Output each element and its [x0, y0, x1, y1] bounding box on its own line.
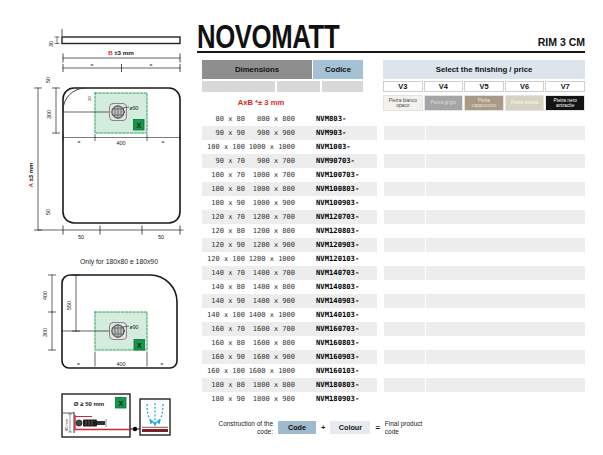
row-data-segment: 160 x 70 1600 x 700 NVM160703- — [202, 322, 377, 336]
dim-50-right: 50 — [158, 234, 164, 240]
construction-label: Construction of the code: — [217, 420, 273, 435]
dimension-cm: 180 x 90 — [202, 392, 245, 406]
price-cells-v4-v7 — [426, 350, 585, 364]
dimension-cm: 120 x 90 — [202, 238, 245, 252]
axb-tolerance-note: AxB *± 3 mm — [202, 98, 320, 107]
drain-diameter-label: ø90 — [130, 324, 139, 330]
codice-header: Codice — [313, 60, 363, 79]
table-row: 100 x 100 1000 x 1000 NVM1003- — [197, 140, 585, 154]
row-data-segment: 140 x 70 1400 x 700 NVM140703- — [202, 266, 377, 280]
product-code: NVM903- — [316, 126, 346, 140]
drain-grate-icon — [110, 323, 127, 340]
x-marker-icon: X — [134, 120, 145, 131]
dim-50-bottom: 50 — [45, 209, 51, 215]
product-code: NVM160903- — [316, 350, 359, 364]
dimension-cm: 160 x 80 — [202, 336, 245, 350]
table-row: 100 x 80 1000 x 800 NVM100803- — [197, 182, 585, 196]
row-data-segment: 100 x 90 1000 x 900 NVM100903- — [202, 196, 377, 210]
price-cells-v4-v7 — [426, 336, 585, 350]
dimension-cm: 120 x 70 — [202, 210, 245, 224]
table-row: 120 x 90 1200 x 900 NVM120903- — [197, 238, 585, 252]
dimension-mm: 1000 x 1000 — [248, 140, 295, 154]
price-cells-v4-v7 — [426, 364, 585, 378]
price-cells-v4-v7 — [426, 224, 585, 238]
dimension-cm: 120 x 80 — [202, 224, 245, 238]
dim-b-label: B±3 mm — [108, 49, 134, 56]
row-data-segment: 90 x 90 900 x 900 NVM903- — [202, 126, 377, 140]
row-data-segment: 140 x 90 1400 x 900 NVM140903- — [202, 294, 377, 308]
product-code: NVM160703- — [316, 322, 359, 336]
product-code: NVM140803- — [316, 280, 359, 294]
table-row: 120 x 80 1200 x 800 NVM120803- — [197, 224, 585, 238]
row-data-segment: 120 x 70 1200 x 700 NVM120703- — [202, 210, 377, 224]
row-data-segment: 160 x 80 1600 x 800 NVM160803- — [202, 336, 377, 350]
price-cell-v3 — [384, 210, 425, 224]
row-data-segment: 100 x 100 1000 x 1000 NVM1003- — [202, 140, 377, 154]
price-cell-v3 — [384, 364, 425, 378]
dimension-mm: 1400 x 800 — [248, 280, 295, 294]
dimension-mm: 1200 x 1000 — [248, 252, 295, 266]
drawing-main-tray: 30 B±3 mm = = — [28, 30, 183, 240]
equal-mark: = — [150, 62, 153, 68]
dim-a-label: A±3 mm — [28, 163, 34, 188]
row-data-segment: 90 x 70 900 x 700 NVM90703- — [202, 154, 377, 168]
subheader-cell — [277, 81, 320, 92]
dimension-mm: 800 x 800 — [248, 112, 295, 126]
table-row: 160 x 70 1600 x 700 NVM160703- — [197, 322, 585, 336]
row-data-segment: 140 x 80 1400 x 800 NVM140803- — [202, 280, 377, 294]
price-cell-v3 — [384, 140, 425, 154]
dimension-mm: 1800 x 900 — [248, 392, 295, 406]
product-code: NVM100903- — [316, 196, 359, 210]
dimension-cm: 100 x 90 — [202, 196, 245, 210]
price-cells-v4-v7 — [426, 154, 585, 168]
dimension-mm: 1400 x 900 — [248, 294, 295, 308]
product-code: NVM140703- — [316, 266, 359, 280]
dim-50-left: 50 — [78, 234, 84, 240]
price-cells-v4-v7 — [426, 266, 585, 280]
row-data-segment: 100 x 70 1000 x 700 NVM100703- — [202, 168, 377, 182]
tray-side-profile — [62, 37, 180, 44]
table-row: 120 x 70 1200 x 700 NVM120703- — [197, 210, 585, 224]
table-row: 90 x 70 900 x 700 NVM90703- — [197, 154, 585, 168]
dimensions-header: Dimensions — [202, 60, 312, 79]
dimension-cm: 80 x 80 — [202, 112, 245, 126]
row-data-segment: 180 x 80 1800 x 800 NVM180803- — [202, 378, 377, 392]
price-cell-v3 — [384, 308, 425, 322]
dimension-cm: 100 x 80 — [202, 182, 245, 196]
finish-code-v7: V7 — [545, 81, 585, 92]
price-cells-v4-v7 — [426, 112, 585, 126]
price-cell-v3 — [384, 182, 425, 196]
product-code: NVM100703- — [316, 168, 359, 182]
code-construction-note: Construction of the code: Code + Colour … — [217, 420, 437, 435]
product-code: NVM100803- — [316, 182, 359, 196]
siphon-height-label: 80 mm — [64, 418, 69, 431]
dimension-mm: 1200 x 700 — [248, 210, 295, 224]
row-data-segment: 120 x 90 1200 x 900 NVM120903- — [202, 238, 377, 252]
equals-sign: = — [375, 423, 379, 432]
table-row: 140 x 90 1400 x 900 NVM140903- — [197, 294, 585, 308]
drain-min-diameter-label: Ø ≥ 50 mm — [74, 401, 104, 407]
dimension-mm: 1000 x 900 — [248, 196, 295, 210]
dimension-cm: 90 x 90 — [202, 126, 245, 140]
product-code: NVM120103- — [316, 252, 359, 266]
dimension-mm: 1600 x 700 — [248, 322, 295, 336]
table-row: 160 x 80 1600 x 800 NVM160803- — [197, 336, 585, 350]
subheader-cell — [322, 81, 363, 92]
code-badge: Code — [278, 421, 316, 434]
price-cell-v3 — [384, 378, 425, 392]
dimension-cm: 140 x 100 — [202, 308, 245, 322]
drain-diameter-label: ø90 — [130, 105, 139, 111]
price-cell-v3 — [384, 322, 425, 336]
dimension-mm: 1200 x 800 — [248, 224, 295, 238]
product-code: NVM180803- — [316, 378, 359, 392]
dimension-mm: 1600 x 800 — [248, 336, 295, 350]
svg-text:X: X — [118, 400, 123, 407]
dim-thickness-30: 30 — [48, 41, 54, 47]
price-cell-v3 — [384, 252, 425, 266]
finish-code-v4: V4 — [424, 81, 464, 92]
finish-swatch-v4: Pietra grigio — [424, 95, 464, 111]
dimension-mm: 1600 x 1000 — [248, 364, 295, 378]
x-marker-icon: X — [134, 340, 145, 351]
product-code: NVM120903- — [316, 238, 359, 252]
dim-550: 550 — [66, 301, 72, 310]
